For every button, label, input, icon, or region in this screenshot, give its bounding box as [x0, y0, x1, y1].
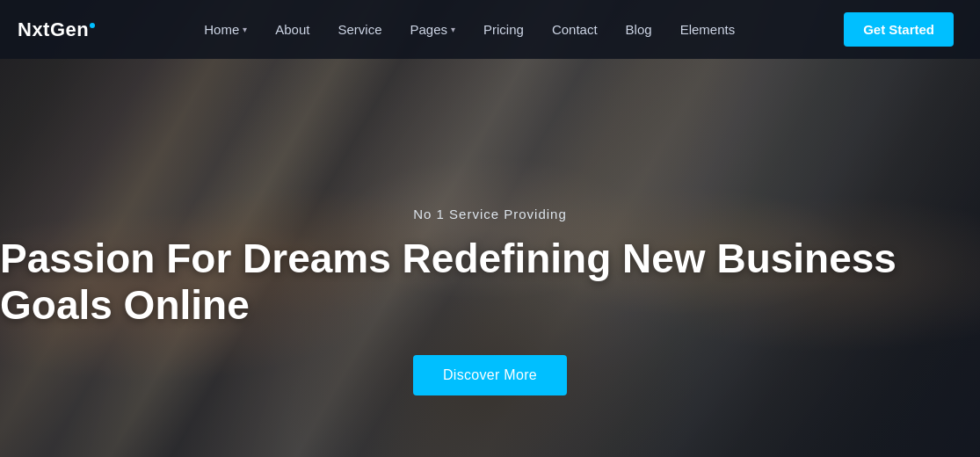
nav-link-contact[interactable]: Contact	[541, 15, 608, 44]
logo-text: NxtGen	[18, 18, 95, 41]
nav-link-pages[interactable]: Pages ▾	[399, 15, 466, 44]
nav-link-service[interactable]: Service	[327, 15, 392, 44]
chevron-down-icon: ▾	[243, 25, 247, 34]
nav-item-pages[interactable]: Pages ▾	[399, 15, 466, 44]
navbar: NxtGen Home ▾ About Service	[0, 0, 980, 59]
logo-dot	[90, 23, 95, 28]
logo[interactable]: NxtGen	[18, 18, 95, 41]
get-started-button[interactable]: Get Started	[844, 12, 954, 47]
nav-links: Home ▾ About Service Pages ▾	[193, 15, 745, 44]
nav-item-contact[interactable]: Contact	[541, 15, 608, 44]
hero-content: No 1 Service Providing Passion For Dream…	[0, 0, 980, 457]
hero-section: NxtGen Home ▾ About Service	[0, 0, 980, 457]
nav-link-elements[interactable]: Elements	[670, 15, 746, 44]
discover-more-button[interactable]: Discover More	[413, 355, 567, 395]
nav-link-about[interactable]: About	[265, 15, 320, 44]
nav-link-home[interactable]: Home ▾	[193, 15, 258, 44]
hero-tagline: No 1 Service Providing	[413, 207, 567, 221]
nav-item-pricing[interactable]: Pricing	[473, 15, 534, 44]
nav-item-home[interactable]: Home ▾	[193, 15, 258, 44]
nav-link-blog[interactable]: Blog	[615, 15, 663, 44]
hero-title: Passion For Dreams Redefining New Busine…	[0, 236, 980, 329]
nav-item-about[interactable]: About	[265, 15, 320, 44]
nav-item-blog[interactable]: Blog	[615, 15, 663, 44]
chevron-down-icon: ▾	[451, 25, 455, 34]
nav-item-service[interactable]: Service	[327, 15, 392, 44]
nav-link-pricing[interactable]: Pricing	[473, 15, 534, 44]
nav-item-elements[interactable]: Elements	[670, 15, 746, 44]
